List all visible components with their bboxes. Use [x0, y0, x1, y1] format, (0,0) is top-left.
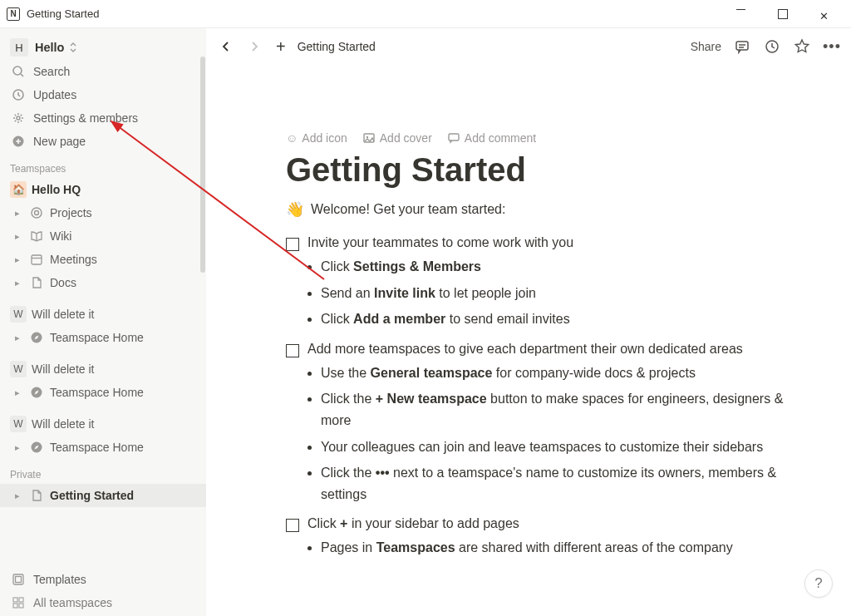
workspace-switcher[interactable]: H Hello: [0, 35, 206, 60]
new-tab-button[interactable]: +: [273, 37, 289, 57]
svg-point-5: [32, 208, 42, 218]
sidebar-new-page[interactable]: New page: [0, 130, 206, 153]
svg-rect-8: [32, 255, 42, 264]
sidebar-updates[interactable]: Updates: [0, 83, 206, 106]
favorite-star-icon[interactable]: [793, 37, 811, 56]
text: are shared with different areas of the c…: [455, 540, 733, 554]
share-button[interactable]: Share: [691, 40, 721, 53]
list-item[interactable]: Click Add a member to send email invites: [321, 308, 798, 330]
bullet-list: Pages in Teamspaces are shared with diff…: [286, 537, 798, 559]
sidebar-item-teamspace-home-a[interactable]: ▸ Teamspace Home: [0, 326, 206, 349]
svg-rect-16: [19, 598, 23, 602]
add-comment-label: Add comment: [465, 131, 536, 145]
list-item[interactable]: Click the ••• next to a teamspace's name…: [321, 462, 798, 505]
teamspace-label: Will delete it: [32, 417, 94, 431]
sidebar-item-label: Meetings: [50, 253, 97, 266]
comments-icon[interactable]: [733, 37, 751, 56]
sidebar-item-teamspace-home-b[interactable]: ▸ Teamspace Home: [0, 381, 206, 404]
teamspace-will-delete-a[interactable]: W Will delete it: [0, 303, 206, 326]
close-button[interactable]: [809, 2, 839, 26]
sidebar-item-label: Wiki: [50, 229, 71, 243]
nav-back-button[interactable]: [216, 38, 236, 55]
svg-point-3: [17, 116, 20, 120]
minimize-button[interactable]: [726, 2, 756, 26]
checkbox[interactable]: [286, 238, 299, 251]
checkbox[interactable]: [286, 344, 299, 357]
chevron-right-icon[interactable]: ▸: [12, 208, 23, 219]
list-item[interactable]: Click the + New teamspace button to make…: [321, 388, 798, 431]
teamspace-hello-hq[interactable]: 🏠 Hello HQ: [0, 178, 206, 201]
bold-text: •••: [376, 466, 390, 480]
text: Click the: [321, 392, 376, 406]
page-title[interactable]: Getting Started: [286, 151, 798, 189]
svg-rect-15: [13, 598, 17, 602]
list-item[interactable]: Pages in Teamspaces are shared with diff…: [321, 537, 798, 559]
sidebar-all-teamspaces[interactable]: All teamspaces: [0, 591, 206, 614]
page-icon: [28, 276, 45, 289]
bold-text: Settings & Members: [353, 259, 481, 274]
list-item[interactable]: Click Settings & Members: [321, 256, 798, 278]
sidebar-all-teamspaces-label: All teamspaces: [33, 596, 112, 609]
sidebar-item-projects[interactable]: ▸ Projects: [0, 201, 206, 224]
list-item[interactable]: Send an Invite link to let people join: [321, 283, 798, 304]
compass-icon: [28, 386, 45, 399]
text: Click: [321, 259, 353, 274]
sidebar-item-teamspace-home-c[interactable]: ▸ Teamspace Home: [0, 436, 206, 459]
teamspace-will-delete-c[interactable]: W Will delete it: [0, 412, 206, 436]
home-icon: 🏠: [10, 181, 27, 198]
nav-forward-button[interactable]: [244, 38, 264, 55]
sidebar-item-label: Teamspace Home: [50, 386, 144, 399]
teamspace-label: Will delete it: [32, 308, 94, 321]
bold-text: Add a member: [353, 312, 445, 326]
more-icon[interactable]: •••: [823, 37, 841, 56]
maximize-button[interactable]: [768, 2, 798, 26]
sidebar-search[interactable]: Search: [0, 60, 206, 83]
add-icon-button[interactable]: ☺ Add icon: [286, 131, 347, 145]
breadcrumb[interactable]: Getting Started: [298, 40, 376, 53]
help-button[interactable]: ?: [804, 569, 833, 598]
text: Click: [307, 516, 340, 530]
sidebar-updates-label: Updates: [33, 88, 76, 101]
sidebar-item-docs[interactable]: ▸ Docs: [0, 271, 206, 294]
svg-rect-13: [13, 574, 23, 584]
teamspace-will-delete-b[interactable]: W Will delete it: [0, 357, 206, 381]
search-icon: [10, 63, 27, 80]
chevron-right-icon[interactable]: ▸: [12, 333, 23, 343]
todo-item-add-pages[interactable]: Click + in your sidebar to add pages: [286, 516, 798, 532]
text: Send an: [321, 286, 374, 300]
sidebar-settings-members[interactable]: Settings & members: [0, 106, 206, 130]
list-item[interactable]: Use the General teamspace for company-wi…: [321, 362, 798, 384]
todo-item-invite[interactable]: Invite your teammates to come work with …: [286, 235, 798, 251]
svg-rect-25: [449, 134, 459, 140]
sidebar-scrollbar[interactable]: [200, 57, 205, 273]
history-icon[interactable]: [763, 37, 781, 56]
text: for company-wide docs & projects: [492, 366, 696, 380]
checkbox[interactable]: [286, 519, 299, 532]
workspace-letter-icon: W: [10, 361, 27, 377]
chevron-right-icon[interactable]: ▸: [12, 231, 23, 242]
sidebar-templates[interactable]: Templates: [0, 568, 206, 591]
chevron-right-icon[interactable]: ▸: [12, 387, 23, 398]
chevron-right-icon[interactable]: ▸: [12, 490, 23, 501]
sidebar-item-label: Teamspace Home: [50, 441, 144, 454]
compass-icon: [28, 441, 45, 454]
chevron-right-icon[interactable]: ▸: [12, 254, 23, 265]
chevron-right-icon[interactable]: ▸: [12, 278, 23, 288]
sidebar-item-getting-started[interactable]: ▸ Getting Started: [0, 484, 206, 507]
svg-rect-19: [736, 42, 748, 50]
window-controls: [726, 2, 844, 26]
sidebar-item-wiki[interactable]: ▸ Wiki: [0, 224, 206, 248]
add-cover-button[interactable]: Add cover: [362, 131, 432, 145]
welcome-text: Welcome! Get your team started:: [311, 202, 505, 217]
target-icon: [28, 206, 45, 219]
teamspace-label: Hello HQ: [32, 183, 81, 196]
sidebar-item-meetings[interactable]: ▸ Meetings: [0, 248, 206, 271]
welcome-line[interactable]: 👋 Welcome! Get your team started:: [286, 200, 798, 219]
add-comment-button[interactable]: Add comment: [447, 131, 536, 145]
chevron-right-icon[interactable]: ▸: [12, 442, 23, 453]
sidebar-item-label: Docs: [50, 276, 76, 289]
list-item[interactable]: Your colleagues can join and leave teams…: [321, 436, 798, 458]
bold-text: General teamspace: [371, 366, 493, 380]
svg-rect-14: [16, 577, 22, 583]
todo-item-teamspaces[interactable]: Add more teamspaces to give each departm…: [286, 342, 798, 357]
